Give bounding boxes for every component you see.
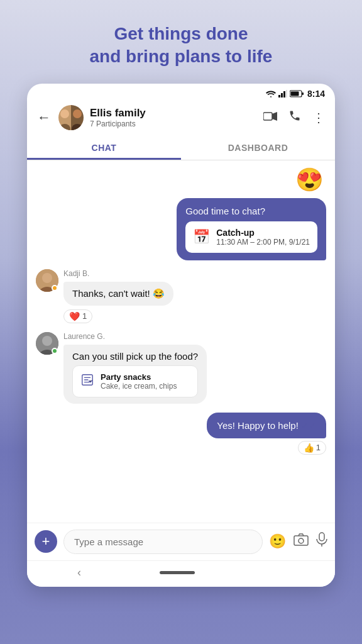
headline-line2: and bring plans to life [90,47,273,66]
svg-rect-2 [283,91,285,97]
header-actions: ⋮ [263,109,325,125]
add-button[interactable]: + [35,530,57,553]
status-time: 8:14 [307,89,325,99]
msg-laurence: Laurence G. Can you still pick up the fo… [36,332,326,404]
svg-marker-14 [272,112,277,121]
calendar-icon: 📅 [193,229,210,245]
kadji-content: Kadji B. Thanks, can't wait! 😂 ❤️ 1 [63,269,173,323]
laurence-bubble: Can you still pick up the food? Party sn… [63,345,207,404]
out-reaction-emoji: 👍 [304,443,314,453]
out-bubble: Yes! Happy to help! ✓✓ [207,413,326,438]
kadji-bubble: Thanks, can't wait! 😂 [63,282,173,306]
group-info: Ellis family 7 Participants [90,107,257,128]
group-avatar [58,105,84,130]
chat-area: 😍 Good time to chat? 📅 Catch-up 11:30 AM… [27,160,335,523]
tab-dashboard[interactable]: DASHBOARD [181,136,335,160]
kadji-sender: Kadji B. [63,269,173,278]
msg-kadji: Kadji B. Thanks, can't wait! 😂 ❤️ 1 [36,269,326,323]
kadji-reaction: ❤️ 1 [63,309,92,323]
laurence-avatar [36,332,58,355]
svg-rect-6 [290,91,299,96]
headline: Get things done and bring plans to life [0,0,362,69]
status-bar: 8:14 [27,84,335,101]
card-subtitle: 11:30 AM – 2:00 PM, 9/1/21 [216,238,310,247]
sent-card: 📅 Catch-up 11:30 AM – 2:00 PM, 9/1/21 [185,221,317,253]
task-subtitle: Cake, ice cream, chips [101,382,177,391]
msg-sent-catchup: Good time to chat? 📅 Catch-up 11:30 AM –… [177,198,326,260]
kadji-avatar [36,269,58,292]
svg-rect-24 [319,533,324,541]
task-card: Party snacks Cake, ice cream, chips [72,365,198,397]
nav-pill [160,571,195,574]
svg-rect-3 [286,90,287,97]
message-input[interactable] [63,530,263,554]
video-icon[interactable] [263,110,277,125]
out-meta: 👍 1 [298,441,326,455]
sent-text: Good time to chat? [185,206,265,216]
kadji-text: Thanks, can't wait! 😂 [72,288,165,299]
mic-button[interactable] [316,532,327,551]
tabs: CHAT DASHBOARD [27,136,335,160]
camera-button[interactable] [293,533,309,550]
bottom-nav: ‹ [27,560,335,587]
wifi-icon [266,90,276,97]
kadji-reaction-count: 1 [82,311,87,321]
svg-rect-1 [281,93,283,97]
chat-header: ← Ellis family [27,101,335,136]
svg-point-11 [73,109,82,118]
laurence-text: Can you still pick up the food? [72,351,198,362]
svg-point-8 [60,109,69,118]
more-icon[interactable]: ⋮ [312,110,325,125]
card-title: Catch-up [216,228,310,238]
out-reaction: 👍 1 [298,441,326,455]
back-button[interactable]: ← [37,109,51,126]
svg-rect-13 [263,113,272,120]
kadji-status-dot [52,285,58,291]
laurence-status-dot [52,348,58,354]
avatar-person2 [71,105,84,130]
nav-chevron[interactable]: ‹ [77,566,81,579]
svg-rect-0 [278,95,280,97]
headline-line1: Get things done [114,24,248,43]
group-name: Ellis family [90,107,257,119]
svg-point-16 [42,273,52,283]
signal-icon [278,90,287,97]
msg-outgoing: Yes! Happy to help! ✓✓ 👍 1 [207,413,326,455]
call-icon[interactable] [288,109,301,125]
laurence-sender: Laurence G. [63,332,207,341]
background: Get things done and bring plans to life [0,0,362,644]
kadji-reaction-emoji: ❤️ [69,311,80,321]
laurence-content: Laurence G. Can you still pick up the fo… [63,332,207,404]
tab-chat[interactable]: CHAT [27,136,181,160]
input-icons: 🙂 [269,532,327,551]
svg-rect-5 [302,92,304,95]
task-title: Party snacks [101,372,177,382]
out-reaction-count: 1 [316,443,321,452]
out-text: Yes! Happy to help! [217,420,299,431]
status-icons [266,90,304,97]
avatar-person1 [58,105,71,130]
group-participants: 7 Participants [90,119,257,128]
svg-point-23 [299,538,304,543]
input-bar: + 🙂 [27,523,335,560]
check-icon: ✓✓ [301,421,316,431]
emoji-float: 😍 [295,167,324,193]
emoji-button[interactable]: 🙂 [269,533,286,550]
phone-card: 8:14 ← [27,84,335,587]
battery-icon [290,90,304,97]
svg-point-19 [42,336,52,346]
task-icon [80,373,94,390]
